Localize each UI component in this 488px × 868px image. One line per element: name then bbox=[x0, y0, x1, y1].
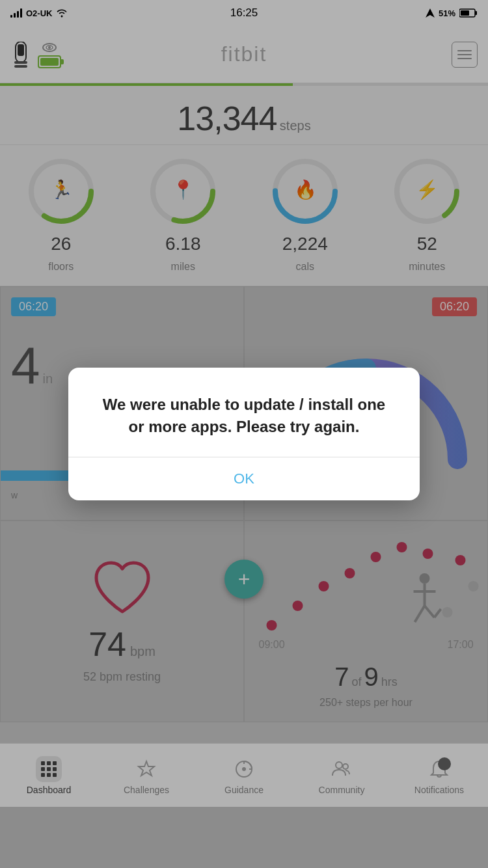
modal-ok-button[interactable]: OK bbox=[68, 457, 420, 500]
modal-box: We were unable to update / install one o… bbox=[68, 368, 420, 500]
modal-body: We were unable to update / install one o… bbox=[68, 368, 420, 457]
modal-footer: OK bbox=[68, 457, 420, 500]
modal-overlay: We were unable to update / install one o… bbox=[0, 0, 488, 868]
modal-message: We were unable to update / install one o… bbox=[94, 394, 394, 437]
